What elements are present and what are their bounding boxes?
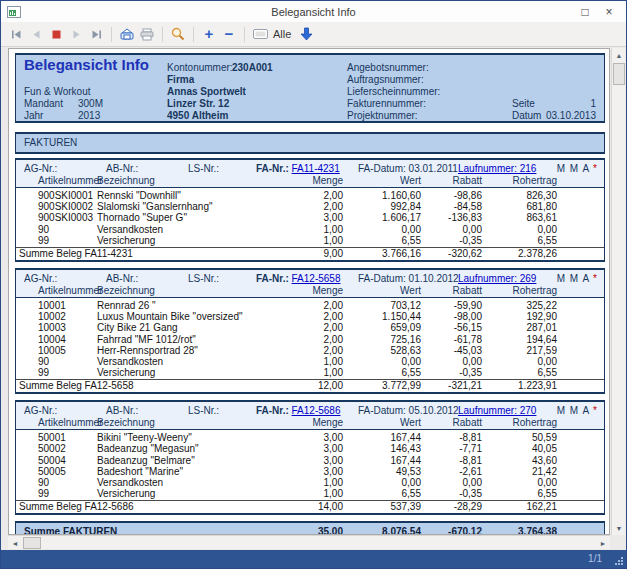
jahr-label: Jahr [24,110,43,121]
scroll-left-icon[interactable]: ◄ [8,536,22,550]
cell-artikelnummer: 50001 [16,432,97,443]
page-indicator: 1/1 [588,553,602,564]
asterisk-marker: * [593,163,598,174]
article-row: 50001 Bikini "Teeny-Weeny" 3,00 167,44 -… [16,432,604,443]
article-row: 900SKI0003 Thornado "Super G" 3,00 1.606… [16,212,604,223]
print-button[interactable] [138,25,156,43]
fa-nr-label: FA-Nr.: [256,163,289,174]
previous-page-button[interactable] [27,25,45,43]
ab-nr-label: AB-Nr.: [106,273,188,285]
cell-rabatt: -61,78 [421,334,482,345]
cell-bezeichnung: Rennrad 26 " [97,300,282,311]
invoice-group-header: AG-Nr.: AB-Nr.: LS-Nr.: FA-Nr.: FA11-423… [15,158,605,188]
cell-wert: 1.160,60 [343,190,421,201]
laufnummer-link[interactable]: Laufnummer: 269 [458,273,536,284]
laufnummer-link[interactable]: Laufnummer: 216 [458,163,536,174]
company-name: Fun & Workout [24,86,91,97]
cell-menge: 1,00 [282,477,343,488]
article-row: 10003 City Bike 21 Gang 2,00 659,09 -56,… [16,322,604,333]
cell-rabatt: -8,81 [421,455,482,466]
ab-nr-label: AB-Nr.: [106,405,188,417]
cell-rohertrag: 0,00 [482,477,557,488]
ag-nr-label: AG-Nr.: [16,405,106,417]
col-header-rohertrag: Rohertrag [482,285,557,297]
article-row: 50005 Badeshort "Marine" 3,00 49,53 -2,6… [16,466,604,477]
cell-rabatt: -136,83 [421,212,482,223]
scroll-down-icon[interactable]: ▼ [612,521,626,535]
export-image-button[interactable] [251,25,269,43]
cell-rohertrag: 194,64 [482,334,557,345]
toolbar-separator [193,27,194,42]
cell-wert: 49,53 [343,466,421,477]
last-page-button[interactable] [87,25,105,43]
ref-label: Fakturennummer: [347,98,426,109]
cell-rabatt: -0,35 [421,235,482,246]
cell-bezeichnung: Badeshort "Marine" [97,466,282,477]
cell-menge: 2,00 [282,300,343,311]
ls-nr-label: LS-Nr.: [188,405,256,417]
vertical-scroll-thumb[interactable] [613,63,625,85]
first-page-button[interactable] [7,25,25,43]
ref-label: Projektnummer: [347,110,418,121]
fa-nr-link[interactable]: FA12-5658 [292,273,341,284]
col-header-wert: Wert [343,175,421,187]
zoom-in-button[interactable]: + [200,25,218,43]
fa-datum-label: FA-Datum: [358,405,406,416]
close-button[interactable]: × [602,5,616,19]
group-sum-label: Summe Beleg FA11-4231 [16,248,282,260]
vertical-scrollbar[interactable]: ▲ ▼ [611,48,625,535]
cell-rabatt: 0,00 [421,224,482,235]
cell-rohertrag: 6,55 [482,235,557,246]
laufnummer-link[interactable]: Laufnummer: 270 [458,405,536,416]
cell-menge: 1,00 [282,224,343,235]
cell-artikelnummer: 99 [16,235,97,246]
group-sum-rabatt: -321,21 [421,380,482,392]
fa-nr-link[interactable]: FA11-4231 [292,163,340,174]
maximize-button[interactable]: □ [578,5,592,19]
horizontal-scroll-thumb[interactable] [23,537,41,549]
cell-menge: 2,00 [282,322,343,333]
cell-rohertrag: 826,30 [482,190,557,201]
next-page-button[interactable] [67,25,85,43]
fa-nr-label: FA-Nr.: [256,405,289,416]
cell-artikelnummer: 900SKI0002 [16,201,97,212]
cell-rohertrag: 217,59 [482,345,557,356]
cell-artikelnummer: 10002 [16,311,97,322]
fa-nr-link[interactable]: FA12-5686 [292,405,341,416]
cell-rohertrag: 863,61 [482,212,557,223]
col-header-rabatt: Rabatt [421,285,482,297]
article-row: 99 Versicherung 1,00 6,55 -0,35 6,55 [16,488,604,499]
scroll-up-icon[interactable]: ▲ [612,48,626,62]
cell-menge: 2,00 [282,190,343,201]
cell-wert: 0,00 [343,356,421,367]
horizontal-scrollbar[interactable]: ◄ ► [8,535,610,549]
mma-flags: M M A* [557,405,604,417]
mma-flags: M M A* [557,163,604,175]
fa-datum-value: 01.10.2012 [409,273,459,284]
print-setup-button[interactable] [118,25,136,43]
ref-label: Auftragsnummer: [347,74,424,85]
stop-button[interactable] [47,25,65,43]
group-sum-row: Summe Beleg FA12-5658 12,00 3.772,99 -32… [16,379,604,392]
toolbar-separator [111,27,112,42]
datum-value: 03.10.2013 [546,110,596,121]
cell-artikelnummer: 10003 [16,322,97,333]
titlebar: Belegansicht Info □ × [1,1,626,22]
group-sum-rohertrag: 162,21 [482,501,557,513]
magnifier-icon-button[interactable] [169,25,187,43]
group-sum-wert: 3.772,99 [343,380,421,392]
cell-rabatt: -59,90 [421,300,482,311]
cell-menge: 2,00 [282,345,343,356]
fa-nr-label: FA-Nr.: [256,273,289,284]
cell-bezeichnung: Slalomski "Ganslernhang" [97,201,282,212]
ag-nr-label: AG-Nr.: [16,163,106,175]
alle-download-arrow-button[interactable] [297,25,315,43]
zoom-out-button[interactable]: − [220,25,238,43]
cell-rabatt: -8,81 [421,432,482,443]
col-header-artikelnummer: Artikelnummer [16,417,97,429]
cell-menge: 2,00 [282,201,343,212]
resize-grip-icon[interactable] [614,556,624,566]
cell-rabatt: -84,58 [421,201,482,212]
asterisk-marker: * [593,405,598,416]
scroll-right-icon[interactable]: ► [596,536,610,550]
